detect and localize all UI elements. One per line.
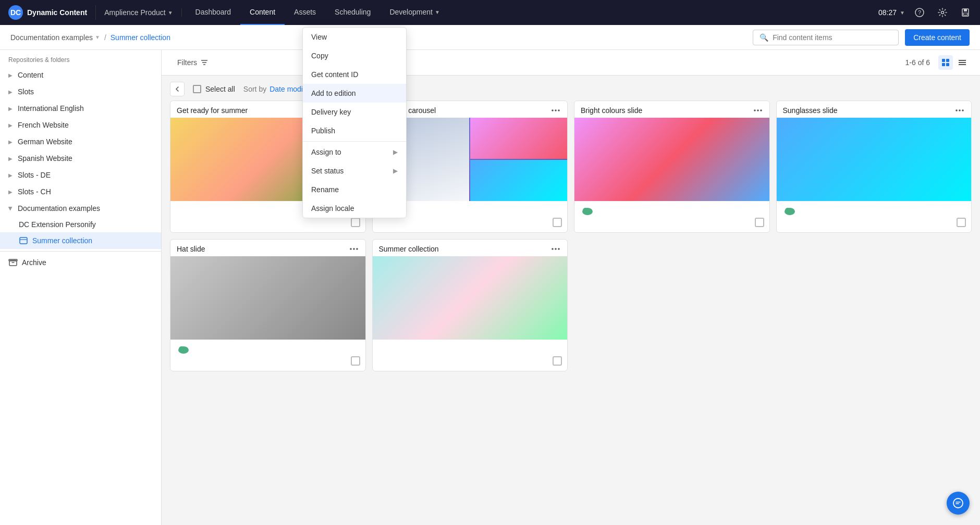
grid-view-button[interactable] [938,55,953,70]
card-image-sunglasses [777,118,972,201]
select-all-checkbox[interactable] [193,85,201,93]
cloud-status-icon [783,205,797,216]
nav-development[interactable]: Development ▼ [380,0,449,25]
svg-point-41 [356,248,358,250]
grid-icon [941,58,950,67]
ctx-menu-item-view[interactable]: View [303,28,406,46]
breadcrumb-parent-arrow: ▼ [95,34,100,40]
brand-logo: DC [8,5,23,20]
product-switcher[interactable]: Amplience Product ▼ [96,8,181,17]
ctx-menu-item-rename[interactable]: Rename [303,180,406,199]
nav-content[interactable]: Content [240,0,285,25]
ctx-menu-item-assign-locale[interactable]: Assign locale [303,199,406,218]
card-checkbox[interactable] [755,218,764,227]
search-input[interactable] [773,33,892,42]
sidebar-sub-item-dc-extension[interactable]: DC Extension Personify [0,217,161,232]
ellipsis-icon [753,106,763,115]
sidebar-item-slots[interactable]: ▶ Slots [0,83,161,100]
ctx-menu-item-get-content-id[interactable]: Get content ID [303,65,406,84]
breadcrumb-actions: 🔍 Create content [753,29,970,46]
svg-point-47 [558,248,560,250]
card-footer [373,340,568,358]
card-title: Sunglasses slide [783,106,838,115]
help-icon: ? [915,8,924,17]
breadcrumb-parent[interactable]: Documentation examples ▼ [10,33,100,42]
sidebar-item-spanish-website[interactable]: ▶ Spanish Website [0,150,161,167]
sidebar-section-title: Repositories & folders [0,50,161,67]
ctx-menu-item-publish[interactable]: Publish [303,121,406,140]
card-title: Get ready for summer [177,106,248,115]
sidebar-item-archive[interactable]: Archive [0,254,161,271]
settings-button[interactable] [934,4,951,21]
card-checkbox[interactable] [957,218,966,227]
breadcrumb-bar: Documentation examples ▼ / Summer collec… [0,25,980,50]
view-toggle [938,55,970,70]
cloud-status-icon [177,344,190,354]
help-button[interactable]: ? [911,4,928,21]
create-content-button[interactable]: Create content [905,29,970,46]
ctx-menu-item-set-status[interactable]: Set status ▶ [303,161,406,180]
card-checkbox[interactable] [553,218,562,227]
sidebar-item-slots-de[interactable]: ▶ Slots - DE [0,167,161,183]
card-menu-button[interactable] [954,106,965,115]
topnav-right: 08:27 ▼ ? [878,4,974,21]
card-menu-button[interactable] [753,106,763,115]
breadcrumb-current: Summer collection [111,33,170,42]
list-view-button[interactable] [955,55,970,70]
svg-point-27 [754,109,756,111]
nav-scheduling[interactable]: Scheduling [325,0,380,25]
sidebar-item-german-website[interactable]: ▶ German Website [0,133,161,150]
card-menu-button[interactable] [550,245,561,253]
ctx-menu-item-assign-to[interactable]: Assign to ▶ [303,143,406,161]
card-menu-button[interactable] [349,245,359,253]
svg-point-28 [757,109,759,111]
content-toolbar: Filters 1-6 of 6 [162,50,980,76]
chevron-right-icon: ▶ [8,89,13,95]
card-checkbox[interactable] [351,218,360,227]
card-footer [170,340,365,371]
chevron-right-icon: ▶ [8,106,13,111]
nav-assets[interactable]: Assets [285,0,325,25]
content-controls: Select all Sort by Date modified newest [162,76,980,101]
sidebar-item-french-website[interactable]: ▶ French Website [0,117,161,133]
card-checkbox[interactable] [351,356,360,366]
brand-title: Dynamic Content [27,8,87,17]
sidebar-item-slots-ch[interactable]: ▶ Slots - CH [0,183,161,200]
ellipsis-icon [550,106,561,115]
svg-point-43 [179,346,184,352]
chevron-down-icon: ▶ [8,206,14,210]
svg-point-48 [953,498,963,508]
breadcrumb-separator: / [104,33,106,42]
search-container: 🔍 [753,30,899,45]
ctx-menu-divider [303,141,406,142]
sidebar-sub-item-summer-collection[interactable]: Summer collection [0,232,161,249]
ctx-menu-item-add-to-edition[interactable]: Add to edition [303,84,406,103]
sidebar-item-international-english[interactable]: ▶ International English [0,100,161,117]
card-title: Summer collection [379,245,439,253]
svg-point-25 [555,109,557,111]
chat-bubble-button[interactable] [947,492,970,515]
nav-dashboard[interactable]: Dashboard [186,0,241,25]
sidebar-item-documentation-examples[interactable]: ▶ Documentation examples [0,200,161,217]
select-all-control[interactable]: Select all [193,85,235,93]
content-grid-rows: Get ready for summer Summer carousel [170,101,972,371]
card-header: Bright colours slide [574,101,769,118]
filter-icon [200,58,209,67]
main-layout: Repositories & folders ▶ Content ▶ Slots… [0,50,980,525]
ctx-menu-item-copy[interactable]: Copy [303,46,406,65]
svg-rect-16 [942,63,945,66]
ctx-menu-item-delivery-key[interactable]: Delivery key [303,103,406,121]
filters-button[interactable]: Filters [172,55,214,70]
sidebar-item-content[interactable]: ▶ Content [0,67,161,83]
card-header: Summer collection [373,240,568,256]
archive-icon [8,258,18,267]
collapse-sidebar-button[interactable] [170,82,185,96]
svg-point-44 [183,347,188,352]
main-content-area: Filters 1-6 of 6 [162,50,980,525]
save-button[interactable] [957,4,974,21]
card-checkbox[interactable] [553,356,562,366]
svg-rect-6 [20,238,27,244]
card-header: Sunglasses slide [777,101,972,118]
card-menu-button[interactable] [550,106,561,115]
cloud-status-icon [581,205,594,216]
